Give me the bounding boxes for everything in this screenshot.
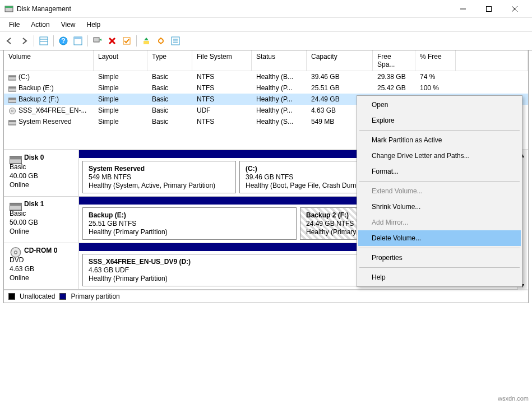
column-headers: Volume Layout Type File System Status Ca… [4, 50, 528, 71]
menu-action[interactable]: Action [25, 19, 55, 30]
context-item[interactable]: Explore [358, 113, 521, 128]
legend-swatch-primary [59, 293, 66, 300]
legend-primary: Primary partition [71, 292, 119, 300]
context-item[interactable]: Delete Volume... [358, 230, 521, 246]
context-item[interactable]: Format... [358, 164, 521, 179]
volume-icon [8, 85, 16, 92]
svg-rect-3 [487, 6, 492, 11]
svg-rect-12 [74, 37, 82, 39]
maximize-button[interactable] [476, 1, 502, 17]
svg-rect-38 [10, 203, 22, 206]
col-volume[interactable]: Volume [4, 50, 94, 71]
watermark: wsxdn.com [498, 395, 529, 402]
context-separator [359, 267, 520, 268]
settings-button[interactable] [155, 35, 167, 47]
svg-rect-13 [94, 38, 99, 42]
volume-row[interactable]: (C:)SimpleBasicNTFSHealthy (B...39.46 GB… [4, 71, 528, 82]
svg-point-18 [159, 39, 163, 43]
forward-button[interactable] [18, 35, 30, 47]
disk-icon [10, 247, 22, 255]
svg-text:?: ? [61, 37, 65, 45]
col-layout[interactable]: Layout [94, 50, 147, 71]
check-button[interactable] [121, 35, 133, 47]
svg-point-32 [12, 110, 13, 112]
col-type[interactable]: Type [147, 50, 192, 71]
volume-row[interactable]: Backup (E:)SimpleBasicNTFSHealthy (P...2… [4, 82, 528, 94]
context-item: Extend Volume... [358, 183, 521, 199]
context-item[interactable]: Help [358, 270, 521, 285]
col-spacer[interactable] [456, 50, 528, 71]
svg-rect-30 [8, 98, 16, 100]
up-button[interactable] [140, 35, 152, 47]
context-separator [359, 130, 520, 131]
volume-icon [8, 74, 16, 81]
volume-icon [8, 96, 16, 103]
back-button[interactable] [3, 35, 16, 47]
properties-button[interactable] [169, 35, 182, 47]
volume-block[interactable]: Backup (E:)25.51 GB NTFSHealthy (Primary… [82, 207, 297, 240]
volume-icon [8, 119, 16, 126]
svg-point-40 [15, 251, 17, 254]
disk-info: Disk 0 Basic40.00 GBOnline [4, 150, 79, 196]
svg-rect-6 [40, 37, 48, 45]
disk-icon [10, 154, 22, 162]
delete-button[interactable] [106, 35, 118, 47]
window-title: Disk Management [17, 5, 450, 13]
context-item[interactable]: Change Drive Letter and Paths... [358, 148, 521, 164]
disk-info: CD-ROM 0 DVD4.63 GBOnline [4, 243, 79, 289]
col-filesystem[interactable]: File System [192, 50, 252, 71]
toolbar: ? [0, 31, 532, 50]
svg-rect-26 [8, 76, 16, 77]
svg-rect-17 [144, 41, 149, 44]
svg-rect-19 [160, 38, 161, 39]
help-button[interactable]: ? [57, 35, 70, 47]
context-separator [359, 248, 520, 248]
context-item[interactable]: Properties [358, 250, 521, 266]
svg-rect-16 [123, 38, 130, 44]
view-details-button[interactable] [72, 35, 84, 47]
legend-unallocated: Unallocated [20, 292, 55, 300]
disk-icon [10, 201, 22, 208]
legend-swatch-unallocated [8, 293, 15, 300]
view-list-button[interactable] [38, 35, 50, 47]
svg-rect-34 [8, 120, 16, 122]
menu-help[interactable]: Help [81, 19, 107, 30]
svg-rect-28 [8, 87, 16, 89]
col-pctfree[interactable]: % Free [415, 50, 456, 71]
context-item: Add Mirror... [358, 215, 521, 230]
col-capacity[interactable]: Capacity [307, 50, 373, 71]
minimize-button[interactable] [450, 1, 476, 17]
refresh-button[interactable] [91, 35, 104, 47]
col-free[interactable]: Free Spa... [373, 50, 415, 71]
context-item[interactable]: Open [358, 97, 521, 113]
titlebar: Disk Management [0, 0, 532, 18]
context-item[interactable]: Shrink Volume... [358, 199, 521, 215]
disk-info: Disk 1 Basic50.00 GBOnline [4, 197, 79, 243]
volume-icon [8, 108, 16, 114]
legend: Unallocated Primary partition [3, 290, 529, 303]
svg-rect-1 [5, 6, 13, 8]
app-icon [4, 4, 13, 13]
menubar: File Action View Help [0, 18, 532, 31]
context-item[interactable]: Mark Partition as Active [358, 132, 521, 148]
col-status[interactable]: Status [252, 50, 307, 71]
context-separator [359, 181, 520, 182]
volume-block[interactable]: System Reserved549 MB NTFSHealthy (Syste… [82, 161, 236, 193]
menu-file[interactable]: File [3, 19, 25, 30]
svg-rect-20 [160, 43, 161, 44]
svg-rect-36 [10, 157, 22, 160]
close-button[interactable] [502, 1, 528, 17]
context-menu: OpenExploreMark Partition as ActiveChang… [357, 95, 522, 287]
menu-view[interactable]: View [55, 19, 81, 30]
